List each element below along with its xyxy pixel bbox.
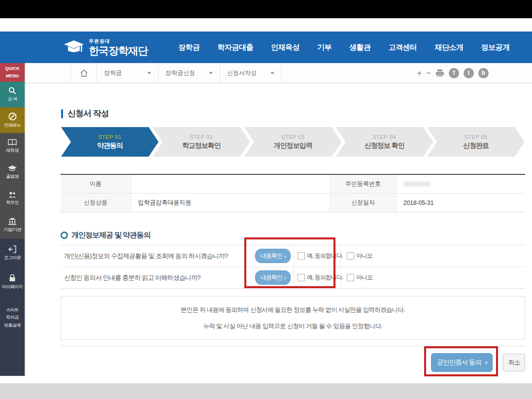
sidebar-item-enrolled-student[interactable]: 재학생 — [0, 133, 25, 159]
page-tools: + − f t b — [417, 63, 489, 83]
consent-no-cell: 아니오 — [341, 252, 525, 260]
main-nav: 장학금 학자금대출 인재육성 기부 생활관 고객센터 재단소개 정보공개 — [178, 43, 510, 52]
sidebar-item-label: 졸업생 — [6, 174, 19, 179]
breadcrumb-item-scholarship[interactable]: 장학금 — [97, 63, 159, 83]
nav-donation[interactable]: 기부 — [317, 43, 332, 52]
nav-student-loan[interactable]: 학자금대출 — [218, 43, 254, 52]
bullet-icon — [61, 232, 68, 239]
consent-section-heading: 개인정보제공 및 약관동의 — [61, 231, 150, 240]
view-content-label: 내용확인 — [261, 273, 282, 282]
product-text: 입학금감축대응지원 — [138, 199, 191, 207]
chevron-right-icon: › — [284, 253, 286, 259]
quick-menu-header: QUICK MENU — [0, 63, 25, 82]
consent-button-cell: 내용확인 › — [252, 245, 294, 266]
sidebar-item-label: 재학생 — [6, 148, 19, 153]
checkbox-icon[interactable] — [298, 252, 305, 260]
step-number: STEP 04 — [373, 134, 396, 140]
application-date-text: 2018-05-31 — [403, 200, 433, 206]
consent-yes-cell: 예, 동의합니다. — [294, 267, 341, 288]
checkbox-icon[interactable] — [347, 274, 354, 281]
step-number: STEP 05 — [464, 134, 487, 140]
sidebar-item-all-menu[interactable]: 전체메뉴 — [0, 107, 25, 133]
font-zoom-out-button[interactable]: − — [426, 69, 431, 77]
home-icon[interactable] — [70, 63, 97, 83]
consent-heading-text: 개인정보제공 및 약관동의 — [71, 231, 150, 240]
consent-no-cell: 아니오 — [341, 273, 525, 282]
twitter-icon[interactable]: t — [464, 68, 474, 78]
breadcrumb-label: 장학금 — [104, 69, 122, 77]
yes-label: 예, 동의합니다. — [307, 273, 343, 282]
sidebar-item-mypage[interactable]: 마이페이지 — [0, 267, 25, 296]
declaration-box: 본인은 위 내용에 동의하며 신청서에 필요한 정보를 누락 없이 사실만을 입… — [61, 296, 525, 340]
sidebar-item-search[interactable]: 검 색 — [0, 82, 25, 107]
sidebar-item-label: 학자금 — [6, 315, 19, 320]
institution-icon — [8, 218, 17, 225]
breadcrumb-item-application[interactable]: 장학금신청 — [159, 63, 220, 83]
nav-customer-center[interactable]: 고객센터 — [389, 43, 417, 52]
sidebar-item-smart-funding[interactable]: 스마트 학자금 맞춤설계 — [0, 296, 25, 339]
font-zoom-in-button[interactable]: + — [417, 69, 422, 77]
certificate-agree-label: 공인인증서 동의 — [437, 358, 481, 367]
chevron-down-icon — [270, 72, 274, 74]
sidebar-item-label: 로그아웃 — [4, 255, 21, 261]
name-value — [131, 175, 330, 193]
cancel-label: 취소 — [508, 358, 520, 367]
no-checkbox[interactable]: 아니오 — [347, 273, 372, 282]
search-icon — [8, 87, 16, 95]
sidebar-item-logout[interactable]: 로그아웃 — [0, 239, 25, 267]
nav-disclosure[interactable]: 정보공개 — [481, 43, 510, 52]
cancel-button[interactable]: 취소 — [503, 354, 525, 371]
consent-question: 신청인 동의서 안내를 충분히 읽고 이해하셨습니까? — [61, 273, 252, 282]
site-header: 푸른등대 한국장학재단 장학금 학자금대출 인재육성 기부 생활관 고객센터 재… — [0, 32, 532, 63]
logo-tagline: 푸른등대 — [89, 39, 148, 44]
chevron-right-icon: › — [284, 275, 286, 281]
nav-talent-development[interactable]: 인재육성 — [271, 43, 299, 52]
lock-icon — [9, 274, 16, 282]
blog-icon[interactable]: b — [478, 68, 489, 78]
home-icon-glyph — [80, 69, 88, 77]
declaration-line-2: 누락 및 사실 아닌 내용 입력으로 신청이 거절 될 수 있음을 인정합니다. — [203, 322, 383, 331]
quick-menu-line1: QUICK — [5, 66, 20, 71]
step-number: STEP 02 — [190, 134, 213, 140]
graduation-cap-logo-icon — [63, 38, 85, 56]
nav-dormitory[interactable]: 생활관 — [349, 43, 371, 52]
no-checkbox[interactable]: 아니오 — [347, 252, 372, 260]
checkbox-icon[interactable] — [298, 274, 305, 281]
facebook-icon[interactable]: f — [449, 68, 459, 78]
view-content-button[interactable]: 내용확인 › — [255, 270, 291, 285]
yes-checkbox[interactable]: 예, 동의합니다. — [298, 252, 343, 260]
step-label: 신청정보 확인 — [365, 141, 404, 150]
step-progress: STEP 01 약관동의 STEP 02 학교정보확인 STEP 03 개인정보… — [61, 127, 525, 157]
print-button[interactable] — [435, 69, 444, 77]
consent-yes-cell: 예, 동의합니다. — [294, 245, 341, 266]
yes-checkbox[interactable]: 예, 동의합니다. — [298, 273, 343, 282]
step-number: STEP 03 — [281, 134, 304, 140]
consent-row-privacy: 개인(신용)정보의 수집제공활용 및 조회에 동의 하시겠습니까? 내용확인 ›… — [61, 245, 525, 266]
all-menu-icon — [8, 112, 17, 121]
breadcrumb-item-form[interactable]: 신청서작성 — [220, 63, 282, 83]
certificate-agree-button[interactable]: 공인인증서 동의 › — [431, 353, 493, 372]
sidebar-item-graduate[interactable]: 졸업생 — [0, 159, 25, 185]
chevron-right-icon: › — [485, 359, 487, 366]
sidebar-filler — [0, 339, 25, 376]
application-date-value: 2018-05-31 — [397, 194, 525, 212]
book-icon — [8, 139, 17, 146]
step-label: 학교정보확인 — [182, 141, 221, 150]
view-content-button[interactable]: 내용확인 › — [255, 249, 291, 263]
chevron-down-icon — [209, 72, 213, 74]
checkbox-icon[interactable] — [347, 252, 354, 260]
logo-title: 한국장학재단 — [89, 45, 148, 56]
sidebar-item-parents[interactable]: 학부모 — [0, 185, 25, 211]
product-label: 신청상품 — [61, 194, 131, 212]
sidebar-item-label: 스마트 — [6, 307, 19, 313]
masked-value — [403, 182, 430, 186]
application-date-label: 신청일자 — [330, 194, 397, 212]
sidebar-item-label: 검 색 — [7, 97, 17, 102]
declaration-line-1: 본인은 위 내용에 동의하며 신청서에 필요한 정보를 누락 없이 사실만을 입… — [181, 306, 405, 314]
name-label: 이름 — [61, 175, 131, 193]
kosaf-logo[interactable]: 푸른등대 한국장학재단 — [63, 38, 148, 56]
step-03-personal-info: STEP 03 개인정보입력 — [244, 127, 342, 157]
nav-about[interactable]: 재단소개 — [435, 43, 464, 52]
sidebar-item-institution[interactable]: 기업/기관 — [0, 211, 25, 239]
nav-scholarship[interactable]: 장학금 — [178, 43, 200, 52]
